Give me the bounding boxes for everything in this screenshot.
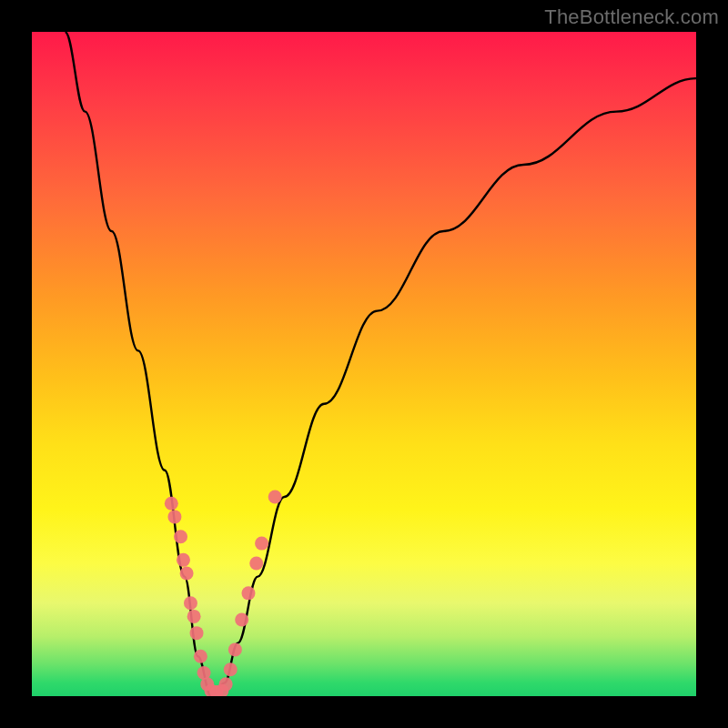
sample-point: [167, 510, 181, 523]
sample-point: [224, 662, 238, 676]
sample-point: [165, 497, 178, 511]
sample-point: [255, 537, 268, 551]
sample-point: [228, 642, 242, 656]
sample-point: [235, 613, 248, 627]
sample-point: [241, 586, 255, 600]
bottleneck-curve: [66, 32, 697, 696]
watermark-text: TheBottleneck.com: [544, 5, 719, 29]
plot-area: [32, 32, 696, 696]
sample-point: [174, 530, 187, 543]
sample-points: [165, 490, 282, 697]
sample-point: [194, 650, 207, 663]
bottleneck-curve-path: [66, 32, 697, 696]
sample-point: [184, 596, 197, 610]
chart-frame: TheBottleneck.com: [0, 0, 728, 728]
sample-point: [180, 566, 194, 580]
sample-point: [177, 553, 190, 567]
sample-point: [187, 610, 201, 623]
sample-point: [190, 626, 204, 640]
sample-point: [249, 557, 263, 571]
chart-svg: [32, 32, 696, 696]
sample-point: [219, 677, 233, 691]
sample-point: [268, 490, 282, 504]
